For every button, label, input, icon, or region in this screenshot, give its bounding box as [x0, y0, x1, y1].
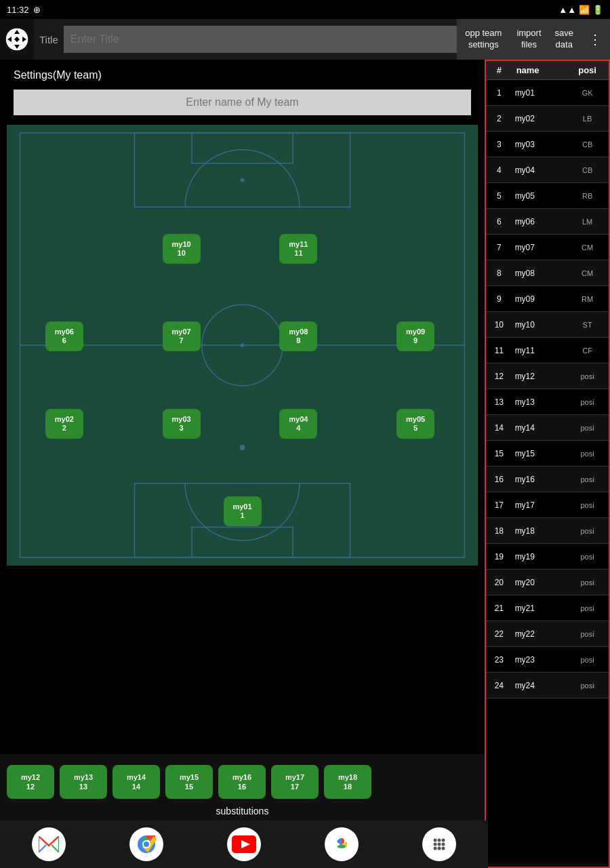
table-row[interactable]: 6my06LM: [486, 209, 609, 235]
player-name: my20: [512, 570, 567, 595]
table-row[interactable]: 10my10ST: [486, 312, 609, 338]
player-number: 16: [486, 467, 512, 492]
youtube-icon[interactable]: [227, 827, 261, 861]
player-position: CF: [566, 338, 609, 363]
more-options-button[interactable]: ⋮: [580, 19, 610, 60]
svg-point-15: [240, 445, 245, 450]
subs-row-1: my1212 my1313 my1414 my1515 my1616 my171…: [7, 761, 478, 803]
player-name: my16: [512, 467, 567, 492]
player-position: posi: [566, 518, 609, 544]
subs-label: substitutions: [7, 803, 478, 819]
player-name: my13: [512, 389, 567, 415]
table-row[interactable]: 17my17posi: [486, 492, 609, 518]
apps-icon[interactable]: [422, 827, 456, 861]
table-row[interactable]: 19my19posi: [486, 544, 609, 570]
player-position: posi: [566, 441, 609, 467]
player-token-4[interactable]: my044: [279, 409, 317, 439]
player-position: posi: [566, 415, 609, 441]
table-row[interactable]: 14my14posi: [486, 415, 609, 441]
player-position: CM: [566, 235, 609, 260]
table-row[interactable]: 24my24posi: [486, 673, 609, 698]
player-position: ST: [566, 312, 609, 338]
player-number: 5: [486, 183, 512, 209]
chrome-icon[interactable]: [129, 827, 163, 861]
team-name-input[interactable]: [14, 90, 471, 115]
import-files-button[interactable]: importfiles: [510, 19, 548, 60]
sub-token-13[interactable]: my1313: [60, 765, 107, 799]
player-name: my03: [512, 132, 567, 157]
player-token-6[interactable]: my066: [45, 321, 83, 351]
player-position: posi: [566, 363, 609, 389]
player-number: 8: [486, 260, 512, 286]
svg-point-37: [438, 847, 441, 850]
table-row[interactable]: 22my22posi: [486, 621, 609, 647]
table-row[interactable]: 11my11CF: [486, 338, 609, 363]
table-row[interactable]: 16my16posi: [486, 467, 609, 492]
app-icon: [0, 19, 34, 60]
player-token-9[interactable]: my099: [396, 321, 434, 351]
table-row[interactable]: 5my05RB: [486, 183, 609, 209]
sub-token-14[interactable]: my1414: [113, 765, 160, 799]
player-token-7[interactable]: my077: [163, 321, 201, 351]
player-token-10[interactable]: my1010: [163, 234, 201, 264]
sub-token-18[interactable]: my1818: [324, 765, 371, 799]
player-position: RM: [566, 286, 609, 312]
table-row[interactable]: 20my20posi: [486, 570, 609, 595]
player-name: my02: [512, 106, 567, 132]
player-token-11[interactable]: my1111: [279, 234, 317, 264]
player-number: 15: [486, 441, 512, 467]
player-name: my10: [512, 312, 567, 338]
title-label: Title: [34, 34, 64, 45]
svg-point-36: [434, 847, 437, 850]
table-row[interactable]: 21my21posi: [486, 595, 609, 621]
battery-icon: 🔋: [592, 5, 603, 15]
table-row[interactable]: 9my09RM: [486, 286, 609, 312]
title-input[interactable]: [64, 26, 457, 53]
table-row[interactable]: 7my07CM: [486, 235, 609, 260]
player-position: posi: [566, 673, 609, 698]
player-position: posi: [566, 389, 609, 415]
photos-icon[interactable]: [325, 827, 359, 861]
player-token-8[interactable]: my088: [279, 321, 317, 351]
table-row[interactable]: 4my04CB: [486, 157, 609, 183]
sub-token-17[interactable]: my1717: [271, 765, 319, 799]
opp-team-button[interactable]: opp teamsettings: [457, 19, 510, 60]
gmail-icon[interactable]: [32, 827, 66, 861]
sub-token-15[interactable]: my1515: [165, 765, 213, 799]
player-token-2[interactable]: my022: [45, 409, 83, 439]
table-row[interactable]: 12my12posi: [486, 363, 609, 389]
bottom-nav: [0, 821, 488, 868]
player-name: my01: [512, 80, 567, 106]
left-panel: Settings(My team): [0, 60, 485, 868]
table-row[interactable]: 13my13posi: [486, 389, 609, 415]
player-position: posi: [566, 570, 609, 595]
extra-icon: ⊕: [33, 5, 41, 15]
table-row[interactable]: 8my08CM: [486, 260, 609, 286]
player-name: my14: [512, 415, 567, 441]
main-content: Settings(My team): [0, 60, 610, 868]
svg-rect-11: [134, 133, 350, 207]
player-number: 19: [486, 544, 512, 570]
table-row[interactable]: 1my01GK: [486, 80, 609, 106]
player-position: CB: [566, 132, 609, 157]
player-token-3[interactable]: my033: [163, 409, 201, 439]
sub-token-16[interactable]: my1616: [218, 765, 266, 799]
table-row[interactable]: 15my15posi: [486, 441, 609, 467]
player-position: posi: [566, 492, 609, 518]
wifi-icon: ▲▲: [558, 5, 576, 15]
sub-token-12[interactable]: my1212: [7, 765, 54, 799]
player-position: GK: [566, 80, 609, 106]
table-row[interactable]: 2my02LB: [486, 106, 609, 132]
player-token-1[interactable]: my011: [224, 496, 262, 526]
player-token-5[interactable]: my055: [396, 409, 434, 439]
table-row[interactable]: 3my03CB: [486, 132, 609, 157]
player-number: 18: [486, 518, 512, 544]
player-number: 22: [486, 621, 512, 647]
table-row[interactable]: 23my23posi: [486, 647, 609, 673]
player-name: my15: [512, 441, 567, 467]
player-position: posi: [566, 621, 609, 647]
save-data-button[interactable]: savedata: [548, 19, 580, 60]
football-pitch: my011 my022 my033 my044 my055 my066 my07…: [7, 125, 478, 566]
player-name: my08: [512, 260, 567, 286]
table-row[interactable]: 18my18posi: [486, 518, 609, 544]
